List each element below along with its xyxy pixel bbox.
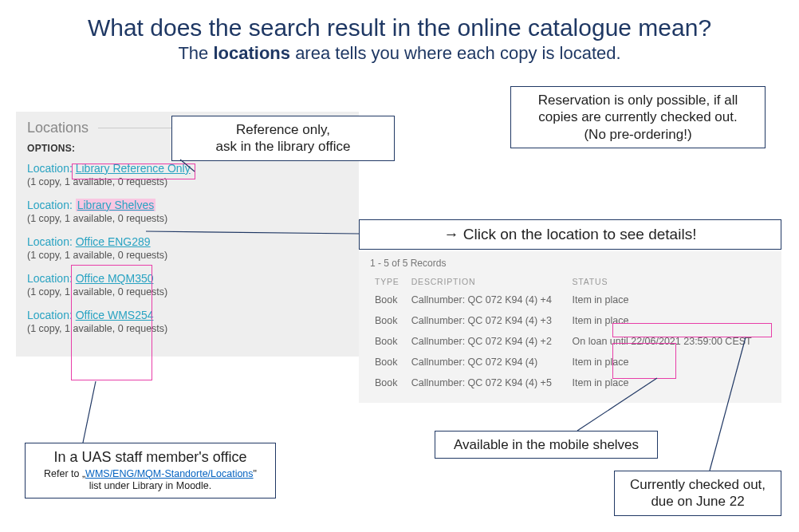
location-availability: (1 copy, 1 available, 0 requests)	[27, 286, 348, 298]
table-row: Book Callnumber: QC 072 K94 (4) +3 Item …	[370, 310, 770, 331]
arrow-right-icon: →	[444, 226, 459, 242]
svg-line-2	[83, 381, 96, 443]
cell-type: Book	[370, 310, 407, 331]
location-link-reference[interactable]: Library Reference Only	[76, 162, 191, 175]
page-subtitle: The locations area tells you where each …	[0, 43, 799, 64]
details-table: TYPE DESCRIPTION STATUS Book Callnumber:…	[370, 274, 770, 393]
callout-due: Currently checked out, due on June 22	[614, 471, 781, 516]
page-title: What does the search result in the onlin…	[0, 14, 799, 41]
subtitle-bold: locations	[213, 43, 290, 63]
callout-text: "	[254, 468, 257, 479]
callout-text: copies are currently checked out.	[522, 108, 754, 125]
cell-desc: Callnumber: QC 072 K94 (4) +2	[407, 331, 568, 352]
cell-status: Item in place	[568, 310, 770, 331]
location-prefix: Location:	[27, 235, 76, 248]
location-link-shelves[interactable]: Library Shelves	[76, 199, 156, 211]
cell-type: Book	[370, 352, 407, 372]
cell-desc: Callnumber: QC 072 K94 (4) +4	[407, 290, 568, 310]
th-type: TYPE	[370, 274, 407, 290]
cell-desc: Callnumber: QC 072 K94 (4)	[407, 352, 568, 372]
location-link-wms254[interactable]: Office WMS254	[76, 309, 154, 321]
location-item: Location: Library Shelves (1 copy, 1 ava…	[27, 199, 348, 224]
location-prefix: Location:	[27, 199, 76, 211]
table-row: Book Callnumber: QC 072 K94 (4) +5 Item …	[370, 372, 770, 393]
location-item: Location: Office ENG289 (1 copy, 1 avail…	[27, 235, 348, 261]
location-link-eng289[interactable]: Office ENG289	[76, 235, 151, 248]
location-item: Location: Office WMS254 (1 copy, 1 avail…	[27, 309, 348, 334]
cell-type: Book	[370, 331, 407, 352]
location-item: Location: Library Reference Only (1 copy…	[27, 162, 348, 187]
cell-desc: Callnumber: QC 072 K94 (4) +5	[407, 372, 568, 393]
details-panel: 1 - 5 of 5 Records TYPE DESCRIPTION STAT…	[359, 251, 781, 403]
cell-type: Book	[370, 290, 407, 310]
location-prefix: Location:	[27, 309, 76, 321]
callout-reservation: Reservation is only possible, if all cop…	[510, 86, 766, 148]
callout-text: Currently checked out,	[626, 476, 769, 493]
callout-mobile-shelves: Available in the mobile shelves	[435, 431, 658, 459]
callout-text: Click on the location to see details!	[463, 226, 697, 242]
table-row: Book Callnumber: QC 072 K94 (4) Item in …	[370, 352, 770, 372]
location-link-mqm350[interactable]: Office MQM350	[76, 272, 154, 285]
callout-text: Reservation is only possible, if all	[522, 92, 754, 108]
moodle-link[interactable]: WMS/ENG/MQM-Standorte/Locations	[85, 468, 253, 479]
records-count: 1 - 5 of 5 Records	[370, 258, 770, 269]
cell-status: Item in place	[568, 372, 770, 393]
callout-reference: Reference only, ask in the library offic…	[171, 116, 395, 161]
table-row: Book Callnumber: QC 072 K94 (4) +2 On lo…	[370, 331, 770, 352]
location-availability: (1 copy, 1 available, 0 requests)	[27, 323, 348, 334]
location-item: Location: Office MQM350 (1 copy, 1 avail…	[27, 272, 348, 298]
cell-type: Book	[370, 372, 407, 393]
callout-text: Reference only,	[183, 121, 383, 138]
location-availability: (1 copy, 1 available, 0 requests)	[27, 250, 348, 261]
location-availability: (1 copy, 1 available, 0 requests)	[27, 176, 348, 187]
location-prefix: Location:	[27, 272, 76, 285]
location-prefix: Location:	[27, 162, 76, 175]
cell-desc: Callnumber: QC 072 K94 (4) +3	[407, 310, 568, 331]
cell-status: On loan until 22/06/2021 23:59:00 CEST	[568, 331, 770, 352]
locations-header-text: Locations	[27, 120, 89, 136]
location-availability: (1 copy, 1 available, 0 requests)	[27, 213, 348, 224]
callout-text: Available in the mobile shelves	[447, 436, 646, 453]
subtitle-pre: The	[178, 43, 213, 63]
th-description: DESCRIPTION	[407, 274, 568, 290]
subtitle-post: area tells you where each copy is locate…	[290, 43, 621, 63]
callout-text: (No pre-ordering!)	[522, 126, 754, 143]
callout-text: In a UAS staff member's office	[37, 448, 264, 467]
callout-text: due on June 22	[626, 493, 769, 510]
cell-status: Item in place	[568, 352, 770, 372]
cell-status: Item in place	[568, 290, 770, 310]
callout-text: ask in the library office	[183, 138, 383, 155]
callout-click-location: → Click on the location to see details!	[359, 219, 781, 250]
th-status: STATUS	[568, 274, 770, 290]
callout-text: list under Library in Moodle.	[37, 480, 264, 493]
callout-text: Refer to „	[44, 468, 85, 479]
callout-uas-office: In a UAS staff member's office Refer to …	[25, 443, 276, 499]
table-row: Book Callnumber: QC 072 K94 (4) +4 Item …	[370, 290, 770, 310]
